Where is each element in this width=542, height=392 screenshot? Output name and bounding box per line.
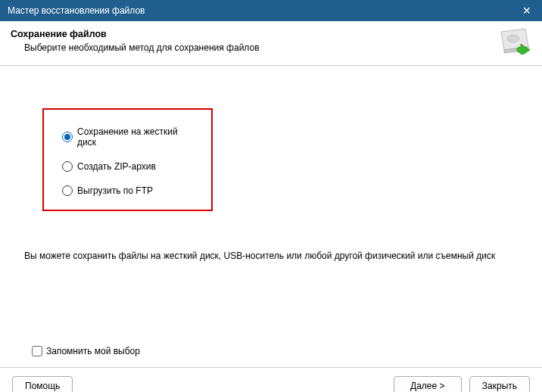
wizard-footer: Помощь Далее > Закрыть	[0, 367, 542, 392]
close-button[interactable]: Закрыть	[469, 376, 530, 393]
option-upload-ftp[interactable]: Выгрузить по FTP	[62, 185, 193, 196]
radio-label: Сохранение на жесткий диск	[77, 126, 193, 148]
radio-label: Выгрузить по FTP	[77, 185, 153, 196]
help-button[interactable]: Помощь	[12, 376, 73, 393]
hdd-recovery-icon	[498, 27, 531, 54]
save-method-group: Сохранение на жесткий диск Создать ZIP-а…	[42, 108, 213, 211]
radio-icon	[62, 161, 73, 172]
page-title: Сохранение файлов	[11, 29, 498, 39]
window-title: Мастер восстановления файлов	[8, 5, 145, 16]
radio-label: Создать ZIP-архив	[77, 161, 156, 172]
option-save-hdd[interactable]: Сохранение на жесткий диск	[62, 126, 193, 148]
svg-point-0	[507, 35, 519, 42]
option-description: Вы можете сохранить файлы на жесткий дис…	[24, 250, 518, 261]
wizard-content: Сохранение на жесткий диск Создать ZIP-а…	[0, 66, 542, 367]
remember-choice-checkbox[interactable]: Запомнить мой выбор	[32, 346, 140, 356]
header-text-block: Сохранение файлов Выберите необходимый м…	[11, 29, 498, 53]
wizard-header: Сохранение файлов Выберите необходимый м…	[0, 21, 542, 66]
radio-icon	[62, 132, 73, 142]
next-button[interactable]: Далее >	[394, 376, 462, 393]
titlebar: Мастер восстановления файлов ✕	[0, 0, 542, 21]
option-create-zip[interactable]: Создать ZIP-архив	[62, 161, 193, 172]
close-icon[interactable]: ✕	[512, 0, 542, 21]
checkbox-label: Запомнить мой выбор	[46, 346, 140, 356]
page-subtitle: Выберите необходимый метод для сохранени…	[11, 39, 498, 53]
radio-icon	[62, 185, 73, 196]
checkbox-icon	[32, 346, 42, 356]
